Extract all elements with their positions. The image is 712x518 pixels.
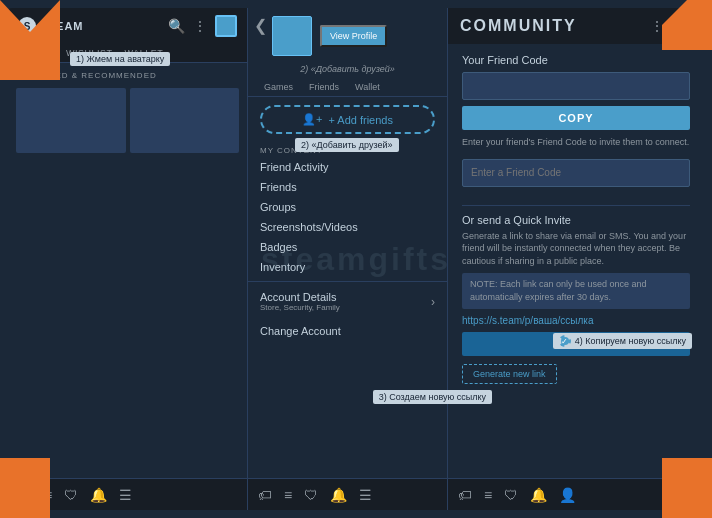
- list-item-inventory[interactable]: Inventory: [260, 257, 435, 277]
- hamburger-icon-mid[interactable]: ☰: [359, 487, 372, 503]
- quick-invite-title: Or send a Quick Invite: [462, 214, 690, 226]
- enter-friend-code-input[interactable]: [462, 159, 690, 187]
- friend-code-section-title: Your Friend Code: [462, 54, 690, 66]
- quick-invite-description: Generate a link to share via email or SM…: [462, 230, 690, 268]
- list-item-friends[interactable]: Friends: [260, 177, 435, 197]
- account-details-item[interactable]: Account Details Store, Security, Family …: [260, 288, 435, 315]
- main-wrapper: S STEAM 🔍 ⋮ MENU▾ WISHLIST WALLET FEATUR…: [8, 8, 704, 510]
- bell-icon[interactable]: 🔔: [90, 487, 107, 503]
- nav-tab-wallet[interactable]: WALLET: [119, 44, 170, 62]
- tab-wallet[interactable]: Wallet: [347, 78, 388, 96]
- profile-tabs: Games Friends Wallet: [248, 78, 447, 97]
- copy-link-button[interactable]: COPY: [462, 332, 690, 356]
- gift-decoration-bottom-right: [662, 458, 712, 518]
- view-profile-button[interactable]: View Profile: [320, 25, 387, 47]
- search-icon[interactable]: 🔍: [168, 18, 185, 34]
- bell-icon-right[interactable]: 🔔: [530, 487, 547, 503]
- invite-link-text: https://s.team/p/ваша/ссылка: [462, 315, 690, 326]
- community-content: Your Friend Code COPY Enter your friend'…: [448, 44, 704, 478]
- back-button[interactable]: ❮: [254, 16, 267, 35]
- shield-icon-right[interactable]: 🛡: [504, 487, 518, 503]
- left-panel: S STEAM 🔍 ⋮ MENU▾ WISHLIST WALLET FEATUR…: [8, 8, 248, 510]
- add-person-icon: 👤+: [302, 113, 322, 126]
- tab-friends[interactable]: Friends: [301, 78, 347, 96]
- featured-image-1: [16, 88, 126, 153]
- tag-icon-mid[interactable]: 🏷: [258, 487, 272, 503]
- avatar[interactable]: [215, 15, 237, 37]
- account-title: Account Details: [260, 291, 340, 303]
- person-icon-right[interactable]: 👤: [559, 487, 576, 503]
- featured-image-2: [130, 88, 240, 153]
- community-title: COMMUNITY: [460, 17, 577, 35]
- bell-icon-mid[interactable]: 🔔: [330, 487, 347, 503]
- menu-icon[interactable]: ⋮: [193, 18, 207, 34]
- add-friends-button[interactable]: 👤+ + Add friends: [260, 105, 435, 134]
- community-menu-icon[interactable]: ⋮: [650, 18, 664, 34]
- chevron-right-icon: ›: [431, 295, 435, 309]
- list-item-groups[interactable]: Groups: [260, 197, 435, 217]
- add-friends-note: 2) «Добавить друзей»: [248, 62, 447, 76]
- nav-tab-wishlist[interactable]: WISHLIST: [60, 44, 119, 62]
- middle-panel: ❮ View Profile 2) «Добавить друзей» Game…: [248, 8, 448, 510]
- featured-images: [8, 84, 247, 157]
- tab-games[interactable]: Games: [256, 78, 301, 96]
- list-item-friend-activity[interactable]: Friend Activity: [260, 157, 435, 177]
- shield-icon[interactable]: 🛡: [64, 487, 78, 503]
- left-content: FEATURED & RECOMMENDED: [8, 63, 247, 478]
- tag-icon-right[interactable]: 🏷: [458, 487, 472, 503]
- content-list: Friend Activity Friends Groups Screensho…: [248, 157, 447, 277]
- generate-new-link-button[interactable]: Generate new link: [462, 364, 557, 384]
- divider: [462, 205, 690, 206]
- account-section: Account Details Store, Security, Family …: [248, 281, 447, 321]
- profile-avatar[interactable]: [272, 16, 312, 56]
- list-item-badges[interactable]: Badges: [260, 237, 435, 257]
- header-icons: 🔍 ⋮: [168, 15, 237, 37]
- invite-description: Enter your friend's Friend Code to invit…: [462, 136, 690, 149]
- gift-decoration-bottom-left: [0, 458, 50, 518]
- friend-code-input[interactable]: [462, 72, 690, 100]
- hamburger-icon[interactable]: ☰: [119, 487, 132, 503]
- shield-icon-mid[interactable]: 🛡: [304, 487, 318, 503]
- account-subtitle: Store, Security, Family: [260, 303, 340, 312]
- middle-bottom-bar: 🏷 ≡ 🛡 🔔 ☰: [248, 478, 447, 510]
- note-text: NOTE: Each link can only be used once an…: [470, 278, 682, 303]
- list-icon-mid[interactable]: ≡: [284, 487, 292, 503]
- change-account-item[interactable]: Change Account: [248, 321, 447, 341]
- right-panel: COMMUNITY ⋮ Your Friend Code COPY Enter …: [448, 8, 704, 510]
- list-item-screenshots[interactable]: Screenshots/Videos: [260, 217, 435, 237]
- copy-friend-code-button[interactable]: COPY: [462, 106, 690, 130]
- my-content-label: MY CONTENT: [248, 142, 447, 157]
- list-icon-right[interactable]: ≡: [484, 487, 492, 503]
- profile-header: View Profile: [248, 8, 447, 62]
- link-row: https://s.team/p/ваша/ссылка: [462, 315, 690, 326]
- note-box: NOTE: Each link can only be used once an…: [462, 273, 690, 308]
